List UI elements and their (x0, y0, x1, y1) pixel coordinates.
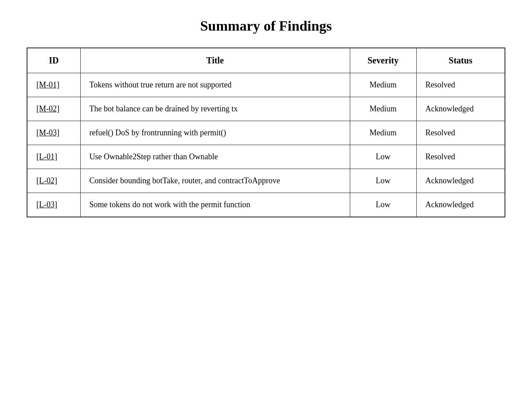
cell-id: [L-03] (27, 193, 80, 217)
finding-id-link[interactable]: [L-02] (36, 176, 57, 185)
header-status: Status (416, 48, 505, 73)
cell-severity: Low (350, 145, 416, 169)
cell-severity: Medium (350, 97, 416, 121)
cell-status: Resolved (416, 121, 505, 145)
cell-id: [M-01] (27, 73, 80, 97)
cell-id: [M-02] (27, 97, 80, 121)
findings-table: ID Title Severity Status [M-01]Tokens wi… (27, 47, 505, 217)
cell-status: Acknowledged (416, 97, 505, 121)
cell-title: Use Ownable2Step rather than Ownable (80, 145, 350, 169)
cell-severity: Medium (350, 73, 416, 97)
finding-id-link[interactable]: [M-01] (36, 80, 59, 89)
cell-title: The bot balance can be drained by revert… (80, 97, 350, 121)
cell-id: [L-01] (27, 145, 80, 169)
cell-status: Acknowledged (416, 193, 505, 217)
table-row: [M-01]Tokens without true return are not… (27, 73, 505, 97)
table-header-row: ID Title Severity Status (27, 48, 505, 73)
page-title: Summary of Findings (27, 18, 505, 34)
finding-id-link[interactable]: [L-01] (36, 152, 57, 161)
cell-severity: Medium (350, 121, 416, 145)
table-row: [L-02]Consider bounding botTake, router,… (27, 169, 505, 193)
finding-id-link[interactable]: [M-03] (36, 128, 59, 137)
cell-title: Some tokens do not work with the permit … (80, 193, 350, 217)
page-container: Summary of Findings ID Title Severity St… (27, 18, 505, 217)
header-id: ID (27, 48, 80, 73)
table-row: [M-02]The bot balance can be drained by … (27, 97, 505, 121)
cell-id: [M-03] (27, 121, 80, 145)
table-row: [L-03]Some tokens do not work with the p… (27, 193, 505, 217)
finding-id-link[interactable]: [L-03] (36, 200, 57, 209)
cell-severity: Low (350, 193, 416, 217)
cell-title: Tokens without true return are not suppo… (80, 73, 350, 97)
table-row: [M-03]refuel() DoS by frontrunning with … (27, 121, 505, 145)
header-title: Title (80, 48, 350, 73)
cell-status: Acknowledged (416, 169, 505, 193)
cell-severity: Low (350, 169, 416, 193)
cell-status: Resolved (416, 73, 505, 97)
cell-id: [L-02] (27, 169, 80, 193)
cell-status: Resolved (416, 145, 505, 169)
cell-title: refuel() DoS by frontrunning with permit… (80, 121, 350, 145)
finding-id-link[interactable]: [M-02] (36, 104, 59, 113)
cell-title: Consider bounding botTake, router, and c… (80, 169, 350, 193)
header-severity: Severity (350, 48, 416, 73)
table-row: [L-01]Use Ownable2Step rather than Ownab… (27, 145, 505, 169)
